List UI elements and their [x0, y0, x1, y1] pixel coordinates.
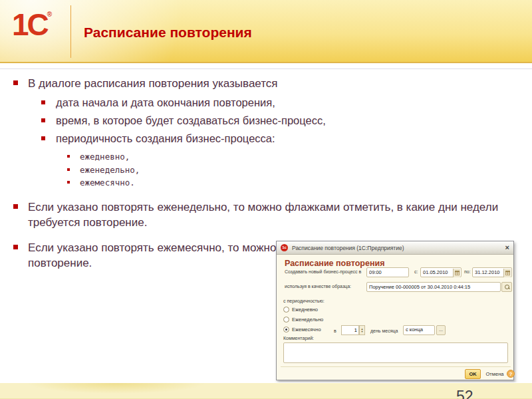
header: 1С® Расписание повторения — [0, 0, 532, 63]
radio-weekly-label: Еженедельно — [292, 317, 323, 323]
calendar-icon — [455, 271, 460, 275]
list-item: периодичность создания бизнес-процесса: — [0, 130, 532, 148]
close-icon[interactable]: × — [505, 244, 509, 251]
radio-weekly[interactable]: Еженедельно — [283, 317, 323, 323]
comment-textarea[interactable] — [283, 342, 508, 363]
1c-app-icon: 1с — [281, 244, 288, 251]
footer-decoration — [27, 383, 206, 394]
bullet-text: ежемесячно. — [80, 176, 135, 190]
slide-footer — [0, 382, 532, 399]
magnifier-icon — [505, 285, 509, 289]
count-mode-select[interactable]: с конца — [403, 325, 435, 335]
radio-monthly[interactable]: Ежемесячно — [283, 327, 321, 332]
bullet-text: ежедневно, — [80, 150, 130, 164]
ok-button[interactable]: OK — [465, 369, 481, 379]
list-item: дата начала и дата окончания повторения, — [0, 94, 532, 112]
count-mode-value: с конца — [406, 327, 423, 332]
registered-mark: ® — [47, 11, 52, 18]
list-item: В диалоге расписания повторения указывае… — [0, 76, 532, 91]
ellipsis-button[interactable]: ... — [436, 325, 446, 335]
bullet-icon — [67, 181, 70, 184]
day-of-month-label: день месяца — [370, 329, 398, 333]
calendar-dropdown-icon[interactable] — [503, 269, 511, 277]
help-icon[interactable]: ? — [507, 370, 515, 378]
bullet-icon — [13, 245, 18, 249]
list-item: еженедельно, — [0, 164, 532, 177]
1c-logo: 1С® — [12, 9, 52, 40]
radio-monthly-label: Ежемесячно — [292, 327, 321, 332]
bullet-text: время, в которое будет создаваться бизне… — [56, 112, 326, 130]
list-item: Если указано повторять еженедельно, то м… — [0, 200, 532, 230]
comment-label: Комментарий: — [283, 336, 314, 340]
radio-daily[interactable]: Ежедневно — [283, 307, 318, 313]
start-date-value: 01.05.2010 — [423, 269, 448, 275]
start-date-field[interactable]: 01.05.2010 — [420, 267, 462, 277]
bullet-icon — [67, 155, 70, 158]
bullet-icon — [67, 168, 70, 171]
bullet-text: дата начала и дата окончания повторения, — [56, 94, 275, 112]
page-title: Расписание повторения — [84, 25, 252, 41]
bullet-text: периодичность создания бизнес-процесса: — [56, 130, 275, 148]
lookup-button[interactable] — [501, 282, 512, 292]
dialog-titlebar[interactable]: 1с Расписание повторения (1С:Предприятие… — [277, 241, 513, 255]
radio-icon — [283, 307, 289, 313]
list-item: время, в которое будет создаваться бизне… — [0, 112, 532, 130]
dialog-heading: Расписание повторения — [285, 259, 384, 268]
dialog-footer-divider — [281, 366, 511, 367]
schedule-dialog: 1с Расписание повторения (1С:Предприятие… — [276, 241, 514, 380]
radio-daily-label: Ежедневно — [292, 307, 318, 313]
template-field[interactable]: Поручение 00-000005 от 30.04.2010 0:44:1… — [366, 282, 501, 292]
cancel-button[interactable]: Отмена — [484, 369, 505, 379]
to-label: по: — [464, 269, 471, 274]
calendar-icon — [505, 271, 510, 275]
bullet-icon — [13, 80, 18, 85]
bullet-text: еженедельно, — [80, 164, 140, 177]
header-underline — [0, 68, 532, 69]
quantity-stepper[interactable]: ▲ ▼ — [359, 325, 365, 335]
spinner-down-icon[interactable]: ▼ — [361, 331, 364, 333]
bullet-text: В диалоге расписания повторения указывае… — [28, 76, 278, 91]
periodicity-label: с периодичностью: — [283, 299, 325, 303]
calendar-dropdown-icon[interactable] — [453, 269, 460, 277]
slide: 1С® Расписание повторения В диалоге расп… — [0, 0, 532, 399]
bullet-icon — [41, 100, 45, 104]
template-label: используя в качестве образца: — [285, 284, 351, 289]
radio-selected-icon — [283, 327, 289, 332]
list-item: ежедневно, — [0, 150, 532, 164]
list-item: ежемесячно. — [0, 176, 532, 190]
end-date-field[interactable]: 31.12.2010 — [472, 267, 512, 277]
end-date-value: 31.12.2010 — [475, 269, 500, 275]
create-label: Создавать новый бизнес-процесс в — [285, 269, 361, 274]
bullet-icon — [41, 136, 45, 140]
time-input[interactable] — [366, 267, 409, 277]
from-label: с: — [414, 269, 418, 274]
radio-icon — [283, 317, 289, 323]
monthly-prefix-label: в — [334, 329, 336, 333]
bullet-icon — [41, 118, 45, 122]
header-divider — [70, 5, 71, 58]
template-value: Поручение 00-000005 от 30.04.2010 0:44:1… — [369, 284, 470, 290]
logo-text: 1С — [12, 7, 47, 42]
dialog-title: Расписание повторения (1С:Предприятие) — [292, 245, 505, 251]
bullet-text: Если указано повторять еженедельно, то м… — [28, 200, 501, 230]
bullet-icon — [13, 204, 18, 209]
day-number-input[interactable] — [341, 325, 359, 335]
page-number: 52 — [456, 388, 473, 399]
